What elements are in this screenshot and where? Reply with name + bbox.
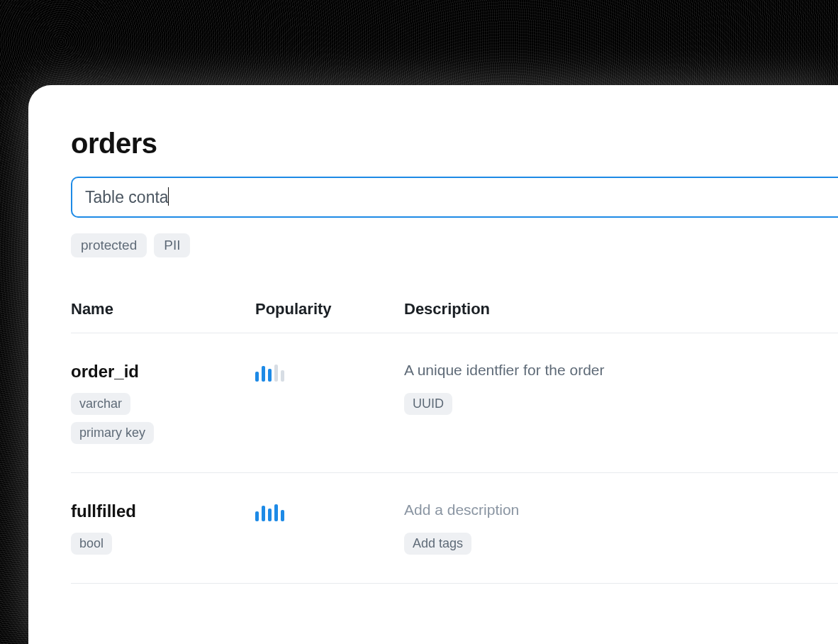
column-header-description: Description: [404, 300, 838, 318]
popularity-bar: [262, 506, 265, 521]
popularity-bar: [255, 511, 259, 521]
popularity-bar: [274, 504, 278, 521]
popularity-bar: [281, 370, 284, 382]
field-row: fullfilled bool Add a description Add ta…: [71, 473, 838, 584]
field-description-cell: Add a description Add tags: [404, 501, 838, 555]
table-tag[interactable]: protected: [71, 233, 147, 257]
field-name[interactable]: fullfilled: [71, 501, 255, 521]
field-description-placeholder[interactable]: Add a description: [404, 501, 838, 518]
popularity-icon: [255, 363, 404, 382]
column-header-name: Name: [71, 300, 255, 318]
input-value: Table conta: [85, 188, 169, 207]
table-tag[interactable]: PII: [154, 233, 190, 257]
catalog-panel: orders Table conta protected PII Name Po…: [28, 85, 838, 644]
field-description-cell: A unique identfier for the order UUID: [404, 362, 838, 415]
table-description-input[interactable]: Table conta: [71, 177, 838, 218]
field-name[interactable]: order_id: [71, 362, 255, 382]
column-header-popularity: Popularity: [255, 300, 404, 318]
field-type-tag[interactable]: primary key: [71, 422, 154, 444]
field-popularity-cell: [255, 501, 404, 521]
popularity-bar: [281, 510, 284, 521]
field-popularity-cell: [255, 362, 404, 382]
columns-header: Name Popularity Description: [71, 300, 838, 333]
popularity-bar: [262, 366, 265, 382]
popularity-bar: [268, 509, 272, 521]
table-title: orders: [71, 128, 838, 160]
popularity-bar: [255, 372, 259, 382]
field-row: order_id varchar primary key A unique id…: [71, 333, 838, 473]
text-caret: [168, 187, 169, 206]
field-description[interactable]: A unique identfier for the order: [404, 362, 838, 379]
popularity-bar: [268, 369, 272, 382]
table-tags: protected PII: [71, 233, 838, 257]
field-tag[interactable]: UUID: [404, 393, 452, 415]
popularity-icon: [255, 503, 404, 521]
field-type-tag[interactable]: varchar: [71, 393, 130, 415]
field-name-cell: order_id varchar primary key: [71, 362, 255, 444]
field-type-tag[interactable]: bool: [71, 533, 112, 555]
field-name-cell: fullfilled bool: [71, 501, 255, 555]
popularity-bar: [274, 365, 278, 382]
add-tags-button[interactable]: Add tags: [404, 533, 471, 555]
